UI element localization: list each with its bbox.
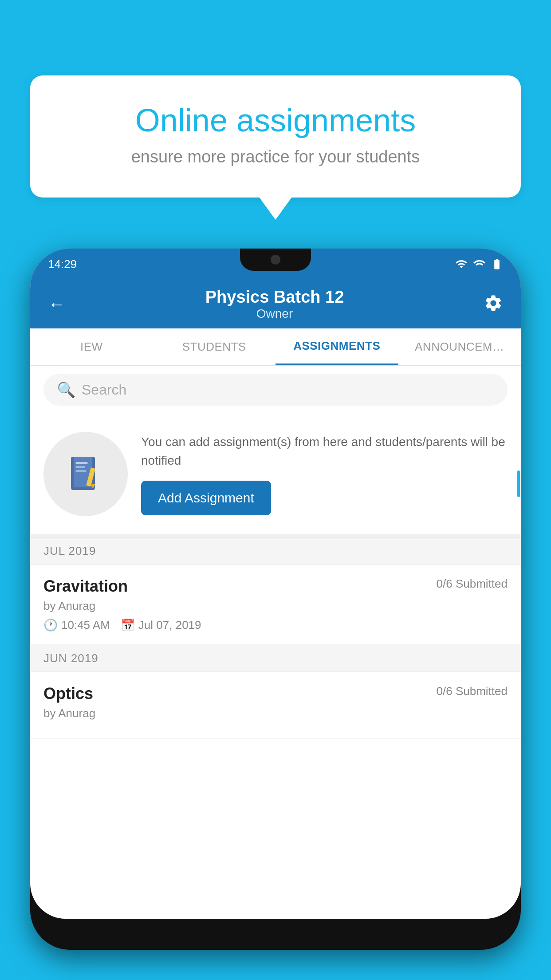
search-bar: 🔍 Search <box>30 366 521 414</box>
notch <box>240 249 311 271</box>
settings-button[interactable] <box>484 293 503 315</box>
assignment-item-gravitation[interactable]: Gravitation 0/6 Submitted by Anurag 🕐 10… <box>30 565 521 645</box>
meta-date: 📅 Jul 07, 2019 <box>121 618 201 632</box>
phone-screen: 14:29 ← Phys <box>30 249 521 919</box>
camera <box>271 255 280 265</box>
scroll-indicator <box>517 470 520 497</box>
submitted-badge: 0/6 Submitted <box>437 577 508 591</box>
assignment-item-optics[interactable]: Optics 0/6 Submitted by Anurag <box>30 672 521 739</box>
assignment-meta: 🕐 10:45 AM 📅 Jul 07, 2019 <box>43 618 508 632</box>
notebook-icon <box>66 454 106 494</box>
battery-icon <box>491 258 503 270</box>
section-header-jul: JUL 2019 <box>30 537 521 565</box>
wifi-icon <box>455 258 468 270</box>
svg-rect-4 <box>76 470 87 472</box>
phone-frame: 14:29 ← Phys <box>30 249 521 950</box>
promo-area: You can add assignment(s) from here and … <box>30 414 521 537</box>
status-icons <box>455 258 503 270</box>
promo-speech-bubble: Online assignments ensure more practice … <box>30 75 521 198</box>
assignment-name-optics: Optics <box>43 684 93 703</box>
assignment-time: 10:45 AM <box>61 618 110 632</box>
svg-rect-2 <box>76 462 88 464</box>
clock-icon: 🕐 <box>43 618 58 632</box>
assignment-by: by Anurag <box>43 599 508 613</box>
search-placeholder: Search <box>82 382 126 398</box>
assignment-name: Gravitation <box>43 577 128 596</box>
header-title: Physics Batch 12 <box>205 288 344 307</box>
svg-rect-3 <box>76 466 85 468</box>
status-time: 14:29 <box>48 257 77 271</box>
assignment-date: Jul 07, 2019 <box>138 618 201 632</box>
add-assignment-button[interactable]: Add Assignment <box>141 481 271 515</box>
assignment-row1: Gravitation 0/6 Submitted <box>43 577 508 596</box>
tab-students[interactable]: STUDENTS <box>153 328 276 365</box>
promo-right: You can add assignment(s) from here and … <box>141 433 508 515</box>
header-center: Physics Batch 12 Owner <box>205 288 344 321</box>
tab-assignments[interactable]: ASSIGNMENTS <box>276 328 398 365</box>
status-bar: 14:29 <box>30 249 521 280</box>
calendar-icon: 📅 <box>121 618 135 632</box>
gear-icon <box>484 293 503 313</box>
meta-time: 🕐 10:45 AM <box>43 618 110 632</box>
tab-announcements[interactable]: ANNOUNCEM… <box>398 328 521 365</box>
back-button[interactable]: ← <box>48 294 66 314</box>
promo-icon-circle <box>43 432 128 516</box>
search-icon: 🔍 <box>57 381 75 399</box>
signal-icon <box>473 258 485 270</box>
assignment-row1-optics: Optics 0/6 Submitted <box>43 684 508 703</box>
bubble-title: Online assignments <box>61 102 490 138</box>
bubble-subtitle: ensure more practice for your students <box>61 147 490 166</box>
section-header-jun: JUN 2019 <box>30 645 521 672</box>
tab-bar: IEW STUDENTS ASSIGNMENTS ANNOUNCEM… <box>30 328 521 366</box>
header-subtitle: Owner <box>205 307 344 321</box>
promo-description: You can add assignment(s) from here and … <box>141 433 508 470</box>
submitted-badge-optics: 0/6 Submitted <box>437 684 508 698</box>
tab-iew[interactable]: IEW <box>30 328 153 365</box>
app-header: ← Physics Batch 12 Owner <box>30 280 521 328</box>
search-input-wrap[interactable]: 🔍 Search <box>43 374 508 406</box>
assignment-by-optics: by Anurag <box>43 707 508 720</box>
